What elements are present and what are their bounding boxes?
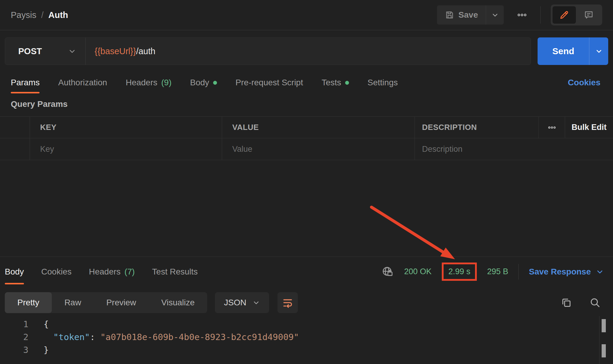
tab-authorization-label: Authorization [58,78,107,87]
save-options-button[interactable] [486,5,504,25]
copy-icon [560,297,572,309]
save-button-label: Save [459,10,478,20]
response-tab-test-results[interactable]: Test Results [152,257,198,287]
save-split-button: Save [437,5,504,25]
breadcrumb-collection[interactable]: Paysis [11,10,36,20]
tab-pre-request-script[interactable]: Pre-request Script [236,72,303,93]
code-line: 3 } [0,344,613,357]
query-params-title: Query Params [11,99,68,109]
response-tab-headers-count: (7) [125,267,135,277]
response-size[interactable]: 295 B [487,267,508,276]
request-tabs: Params Authorization Headers (9) Body Pr… [0,72,613,93]
more-options-icon [517,10,527,20]
column-header-description: DESCRIPTION [415,117,539,138]
tab-body-label: Body [190,78,209,87]
tab-tests[interactable]: Tests [321,72,349,93]
send-button[interactable]: Send [538,37,589,65]
topbar-actions: Save [437,4,602,25]
scrollbar-thumb[interactable] [602,319,606,332]
tab-settings[interactable]: Settings [368,72,398,93]
url-input[interactable]: {{baseUrl}}/auth [86,38,155,65]
response-tab-body-label: Body [5,267,24,277]
response-tab-cookies[interactable]: Cookies [41,257,72,287]
view-mode-visualize[interactable]: Visualize [149,292,207,313]
key-input[interactable] [40,145,212,154]
row-handle-column [0,117,30,138]
view-mode-segmented-control: Pretty Raw Preview Visualize [5,292,207,313]
response-status[interactable]: 200 OK [404,267,432,276]
send-options-button[interactable] [589,37,608,65]
chevron-down-icon [252,299,260,307]
request-url-bar: POST {{baseUrl}}/auth Send [5,37,608,65]
chevron-down-icon [595,47,603,55]
view-mode-pretty[interactable]: Pretty [5,292,52,313]
json-separator: : [90,332,100,342]
response-tab-headers[interactable]: Headers (7) [89,257,135,287]
wrap-text-icon [282,297,293,308]
json-key: "token" [53,332,90,342]
save-response-button[interactable]: Save Response [529,267,604,277]
url-box: POST {{baseUrl}}/auth [5,37,531,65]
top-bar: Paysis / Auth Save [0,0,613,30]
meta-divider [518,264,519,280]
row-handle-cell [0,138,30,160]
tab-headers-count: (9) [161,78,172,87]
edit-mode-toggle[interactable] [553,6,576,24]
breadcrumb-request-name: Auth [48,10,68,20]
value-cell [222,138,415,160]
network-globe-lock-icon[interactable] [381,266,394,278]
comments-icon [584,10,594,20]
scrollbar-thumb[interactable] [602,344,606,357]
method-selector[interactable]: POST [5,38,85,65]
description-input[interactable] [422,145,606,154]
fold-gutter[interactable]: { [28,318,49,331]
tab-settings-label: Settings [368,78,398,87]
column-header-key: KEY [30,117,222,138]
response-time[interactable]: 2.99 s [448,267,471,276]
key-cell [30,138,222,160]
format-select[interactable]: JSON [215,292,269,313]
view-mode-preview[interactable]: Preview [94,292,149,313]
topbar-divider [540,6,541,24]
line-number: 1 [0,318,28,331]
method-label: POST [18,46,42,56]
response-tab-test-results-label: Test Results [152,267,198,277]
more-options-button[interactable] [514,7,530,23]
tab-pre-request-script-label: Pre-request Script [236,78,303,87]
response-header: Body Cookies Headers (7) Test Results 20… [0,257,613,286]
fold-gutter[interactable]: } [28,344,49,357]
comments-toggle[interactable] [577,6,600,24]
column-options-button[interactable] [539,117,565,138]
tab-authorization[interactable]: Authorization [58,72,107,93]
tab-body[interactable]: Body [190,72,217,93]
right-panel-toggle-group [551,4,602,25]
send-button-label: Send [552,46,574,56]
breadcrumb-separator: / [41,10,43,20]
chevron-down-icon [491,11,499,19]
response-tab-body[interactable]: Body [5,257,24,287]
response-meta: 200 OK 2.99 s 295 B Save Response [381,263,604,281]
cookies-link[interactable]: Cookies [568,78,600,87]
pencil-icon [559,10,569,20]
save-response-label: Save Response [529,267,591,277]
value-input[interactable] [232,145,404,154]
view-mode-raw[interactable]: Raw [52,292,94,313]
breadcrumb: Paysis / Auth [11,10,68,20]
response-tab-headers-label: Headers [89,267,121,277]
save-button[interactable]: Save [437,5,486,25]
tab-headers[interactable]: Headers (9) [126,72,172,93]
tab-params[interactable]: Params [11,72,40,93]
line-number: 2 [0,331,28,344]
tab-params-label: Params [11,78,40,87]
json-string-value: "a07b018e-609b-4b0e-8923-b2cc91d49009" [100,332,299,342]
table-header-row: KEY VALUE DESCRIPTION Bulk Edit [0,116,613,138]
bulk-edit-button[interactable]: Bulk Edit [565,117,613,138]
copy-button[interactable] [560,297,572,309]
query-params-table: KEY VALUE DESCRIPTION Bulk Edit [0,116,613,160]
green-dot-icon [213,81,217,85]
search-button[interactable] [589,297,601,309]
wrap-text-button[interactable] [277,292,298,313]
code-line: 1 { [0,318,613,331]
send-split-button: Send [538,37,608,65]
search-icon [589,297,601,309]
